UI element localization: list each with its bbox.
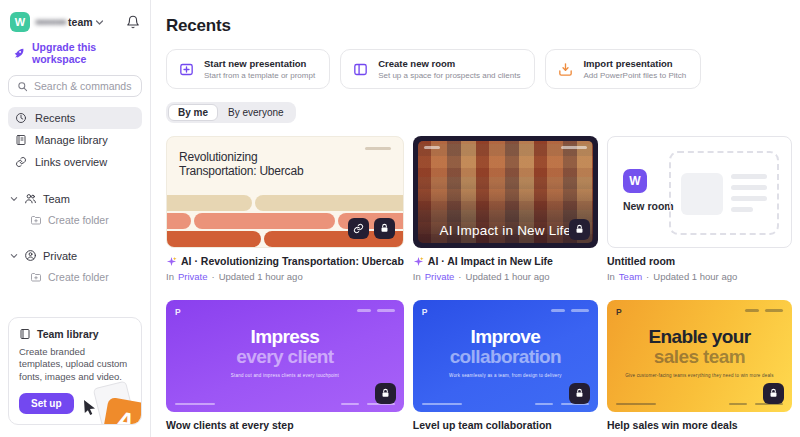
create-new-room-button[interactable]: Create new room Set up a space for prosp…	[340, 49, 535, 89]
chevron-down-icon	[10, 195, 18, 203]
presentation-thumbnail[interactable]: P Impress every client Stand out and imp…	[166, 300, 404, 412]
link-icon	[353, 223, 364, 234]
presentation-thumbnail[interactable]: Revolutionizing Transportation: Ubercab	[166, 136, 404, 248]
chevron-down-icon	[10, 252, 18, 260]
card-title[interactable]: AI · Revolutionizing Transportation: Ube…	[166, 255, 404, 267]
sidebar-section-team[interactable]: Team	[8, 187, 142, 210]
search-input[interactable]	[34, 80, 133, 92]
book-icon	[15, 134, 27, 146]
workspace-switcher[interactable]: W ■■■■■■■ team	[8, 10, 142, 34]
location-link[interactable]: Team	[619, 271, 642, 282]
recents-grid: Revolutionizing Transportation: Ubercab	[166, 136, 792, 437]
lock-icon	[768, 388, 779, 399]
ai-sparkle-icon	[166, 256, 177, 267]
cursor-icon	[81, 399, 97, 416]
create-folder-private[interactable]: Create folder	[8, 267, 142, 287]
person-circle-icon	[24, 249, 37, 262]
team-library-title: Team library	[37, 328, 99, 340]
sidebar-item-recents[interactable]: Recents	[8, 107, 142, 129]
card-title[interactable]: Wow clients at every step	[166, 419, 404, 431]
page-title: Recents	[166, 16, 792, 36]
room-placeholder	[669, 151, 779, 235]
people-icon	[24, 192, 37, 205]
room-avatar: W	[623, 169, 647, 193]
share-link-badge[interactable]	[348, 218, 369, 239]
search-box[interactable]	[8, 75, 142, 97]
workspace-name: ■■■■■■■ team	[35, 16, 104, 28]
card-title[interactable]: AI · AI Impact in New Life	[413, 255, 598, 267]
team-library-promo-card: Team library Create branded templates, u…	[8, 317, 142, 425]
upgrade-workspace-link[interactable]: Upgrade this workspace	[8, 34, 142, 71]
chevron-down-icon	[95, 18, 104, 27]
thumbnail-date-text	[365, 147, 391, 150]
rocket-icon	[12, 47, 25, 60]
search-icon	[17, 81, 28, 92]
lock-badge[interactable]	[763, 383, 784, 404]
start-new-presentation-button[interactable]: Start new presentation Start from a temp…	[166, 49, 330, 89]
lock-icon	[379, 223, 390, 234]
new-presentation-icon	[177, 60, 195, 78]
lock-badge[interactable]	[569, 219, 590, 240]
filter-toggle: By me By everyone	[166, 102, 296, 123]
library-book-icon	[19, 328, 31, 340]
notifications-bell-icon[interactable]	[126, 15, 140, 29]
sidebar: W ■■■■■■■ team Upgrade this workspace Re…	[0, 0, 151, 437]
team-library-illustration: A	[83, 376, 142, 425]
filter-by-everyone[interactable]: By everyone	[218, 104, 294, 121]
presentation-card-ubercab: Revolutionizing Transportation: Ubercab	[166, 136, 404, 282]
workspace-name-redacted: ■■■■■■■	[35, 17, 66, 27]
room-icon	[351, 60, 369, 78]
quick-actions: Start new presentation Start from a temp…	[166, 49, 792, 89]
card-title[interactable]: Level up team collaboration	[413, 419, 598, 431]
sidebar-section-private[interactable]: Private	[8, 244, 142, 267]
presentation-thumbnail[interactable]: P Improve collaboration Work seamlessly …	[413, 300, 598, 412]
presentation-thumbnail[interactable]: P Enable your sales team Give customer-f…	[607, 300, 792, 412]
lock-badge[interactable]	[375, 383, 396, 404]
presentation-card-enable-sales: P Enable your sales team Give customer-f…	[607, 300, 792, 437]
location-link[interactable]: Private	[425, 271, 455, 282]
main-content: Recents Start new presentation Start fro…	[151, 0, 800, 437]
rooftops-photo: AI Impact in New Life	[418, 141, 593, 243]
pitch-logo: P	[175, 307, 181, 317]
presentation-card-improve-collaboration: P Improve collaboration Work seamlessly …	[413, 300, 598, 437]
card-meta: In Private · Updated 1 hour ago	[166, 271, 404, 282]
presentation-thumbnail[interactable]: AI Impact in New Life	[413, 136, 598, 248]
pitch-logo: P	[422, 307, 428, 317]
card-title[interactable]: Untitled room	[607, 255, 792, 267]
import-presentation-button[interactable]: Import presentation Add PowerPoint files…	[545, 49, 701, 89]
room-thumbnail[interactable]: W New room	[607, 136, 792, 248]
folder-plus-icon	[30, 214, 42, 226]
workspace-avatar: W	[10, 12, 30, 32]
room-card-untitled: W New room Untitled room In	[607, 136, 792, 282]
lock-badge[interactable]	[569, 383, 590, 404]
link-icon	[15, 156, 27, 168]
lock-icon	[380, 388, 391, 399]
ai-sparkle-icon	[413, 256, 424, 267]
folder-plus-icon	[30, 271, 42, 283]
pitch-logo: P	[616, 307, 622, 317]
lock-icon	[574, 388, 585, 399]
lock-icon	[574, 224, 585, 235]
presentation-card-impress-clients: P Impress every client Stand out and imp…	[166, 300, 404, 437]
card-meta: In Team · Updated 1 hour ago	[607, 271, 792, 282]
location-link[interactable]: Private	[178, 271, 208, 282]
filter-by-me[interactable]: By me	[168, 104, 218, 121]
lock-badge[interactable]	[374, 218, 395, 239]
card-title[interactable]: Help sales win more deals	[607, 419, 792, 431]
import-icon	[556, 60, 574, 78]
sidebar-item-links-overview[interactable]: Links overview	[8, 151, 142, 173]
create-folder-team[interactable]: Create folder	[8, 210, 142, 230]
set-up-button[interactable]: Set up	[19, 393, 74, 414]
presentation-card-ai-impact: AI Impact in New Life AI · AI Impact in …	[413, 136, 598, 282]
clock-icon	[15, 112, 27, 124]
sidebar-item-manage-library[interactable]: Manage library	[8, 129, 142, 151]
card-meta: In Private · Updated 1 hour ago	[413, 271, 598, 282]
